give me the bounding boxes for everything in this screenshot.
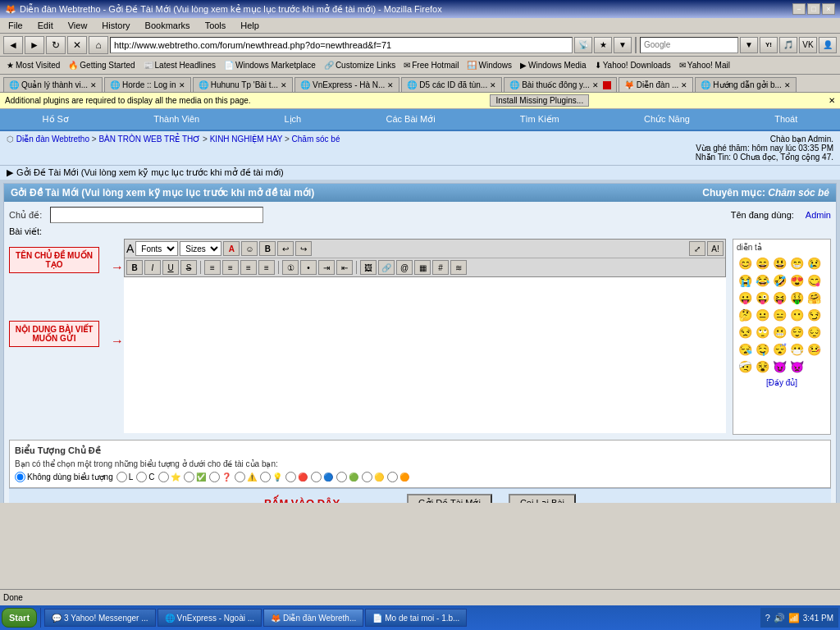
- icon-radio-7[interactable]: [260, 472, 271, 482]
- breadcrumb-dien-dan[interactable]: Diễn đàn Webtretho: [16, 135, 89, 144]
- tab-close-button[interactable]: ✕: [592, 81, 599, 89]
- back-button[interactable]: ◄: [3, 36, 23, 54]
- rss-icon[interactable]: 📡: [574, 37, 592, 53]
- tab-close-button[interactable]: ✕: [490, 81, 496, 89]
- emoji-10[interactable]: 😋: [806, 272, 822, 289]
- emoji-2[interactable]: 😄: [754, 255, 770, 272]
- extra-btn[interactable]: ≋: [450, 260, 467, 275]
- icon-option-8[interactable]: 🔴: [285, 472, 308, 482]
- tab-horde[interactable]: 🌐 Horde :: Log in ✕: [104, 77, 191, 92]
- emoji-7[interactable]: 😂: [754, 272, 770, 289]
- font-color-button[interactable]: A: [223, 241, 240, 256]
- hr-btn[interactable]: #: [432, 260, 449, 275]
- media-icon[interactable]: 🎵: [779, 37, 797, 53]
- bookmark-yahoo-mail[interactable]: ✉ Yahoo! Mail: [676, 60, 733, 71]
- tab-close-button[interactable]: ✕: [387, 81, 394, 89]
- align-justify-btn[interactable]: ≡: [258, 260, 275, 275]
- nav-lich[interactable]: Lịch: [277, 112, 308, 126]
- menu-tools[interactable]: Tools: [202, 20, 230, 31]
- icon-radio-8[interactable]: [285, 472, 296, 482]
- redo-button[interactable]: ↪: [295, 241, 312, 256]
- tab-close-button[interactable]: ✕: [281, 81, 287, 89]
- emoji-6[interactable]: 😭: [737, 272, 753, 289]
- tab-quan-ly[interactable]: 🌐 Quản lý thành vi... ✕: [3, 77, 103, 92]
- emoji-11[interactable]: 😛: [737, 290, 753, 306]
- bold-button[interactable]: B: [259, 241, 276, 256]
- icon-radio-2[interactable]: [136, 472, 147, 482]
- emoji-26[interactable]: 😪: [737, 341, 753, 358]
- nav-extra-icon[interactable]: ▼: [614, 37, 632, 53]
- taskbar-item-yahoo-messenger[interactable]: 💬 3 Yahoo! Messenger ...: [44, 609, 155, 627]
- size-selector[interactable]: Sizes: [180, 241, 221, 256]
- indent-btn[interactable]: ⇥: [318, 260, 335, 275]
- breadcrumb-cham-soc[interactable]: Chăm sóc bé: [292, 135, 340, 144]
- emoji-33[interactable]: 😈: [771, 358, 788, 375]
- emoji-15[interactable]: 🤗: [806, 290, 822, 306]
- nav-ho-so[interactable]: Hồ Sơ: [36, 112, 75, 126]
- tab-vnexpress[interactable]: 🌐 VnExpress - Hà N... ✕: [294, 77, 399, 92]
- menu-bookmarks[interactable]: Bookmarks: [142, 20, 194, 31]
- strikethrough-btn[interactable]: S: [180, 260, 197, 275]
- icon-option-4[interactable]: ✅: [184, 472, 206, 482]
- icon-option-9[interactable]: 🔵: [311, 472, 333, 482]
- italic-btn[interactable]: I: [144, 260, 161, 275]
- expand-icon[interactable]: ⤢: [689, 241, 705, 256]
- icon-option-5[interactable]: ❓: [209, 472, 231, 482]
- emoji-22[interactable]: 🙄: [754, 324, 770, 340]
- content-textarea[interactable]: [124, 277, 726, 433]
- tab-d5[interactable]: 🌐 D5 các ID đã tùn... ✕: [401, 77, 502, 92]
- icon-radio-5[interactable]: [209, 472, 220, 482]
- emoji-16[interactable]: 🤔: [737, 307, 753, 323]
- install-plugins-button[interactable]: Install Missing Plugins...: [490, 94, 589, 107]
- emoji-1[interactable]: 😊: [737, 255, 753, 272]
- menu-history[interactable]: History: [98, 20, 133, 31]
- bold-btn[interactable]: B: [126, 260, 143, 275]
- bookmark-star-icon[interactable]: ★: [594, 37, 612, 53]
- menu-view[interactable]: View: [65, 20, 91, 31]
- bookmark-getting-started[interactable]: 🔥 Getting Started: [65, 60, 138, 71]
- nav-chuc-nang[interactable]: Chức Năng: [637, 112, 696, 126]
- tab-huhunu[interactable]: 🌐 Huhunu Tp 'Bài t... ✕: [193, 77, 293, 92]
- icon-radio-10[interactable]: [336, 472, 347, 482]
- emoji-32[interactable]: 😵: [754, 358, 770, 375]
- emoji-3[interactable]: 😃: [771, 255, 788, 272]
- emoji-full-link[interactable]: [Đầy đủ]: [737, 378, 827, 387]
- tab-huong-dan[interactable]: 🌐 Hướng dẫn gởi b... ✕: [695, 77, 796, 92]
- emoji-13[interactable]: 😝: [771, 290, 788, 306]
- bookmark-most-visited[interactable]: ★ Most Visited: [3, 60, 63, 71]
- user-icon[interactable]: 👤: [819, 37, 837, 53]
- taskbar-item-dien-dan[interactable]: 🦊 Diễn đàn Webreth...: [263, 609, 363, 627]
- emoji-14[interactable]: 🤑: [788, 290, 805, 306]
- emoji-8[interactable]: 🤣: [771, 272, 788, 289]
- emoji-28[interactable]: 😴: [771, 341, 788, 358]
- icon-radio-1[interactable]: [116, 472, 127, 482]
- tab-bai-thuoc[interactable]: 🌐 Bài thuốc đông y... ✕: [504, 77, 617, 92]
- search-button[interactable]: ▼: [740, 37, 758, 53]
- unordered-list-btn[interactable]: •: [300, 260, 317, 275]
- emoji-29[interactable]: 😷: [788, 341, 805, 358]
- tab-close-button[interactable]: ✕: [681, 81, 687, 89]
- breadcrumb-ban-tron[interactable]: BÀN TRÒN WEB TRẺ THƠ: [98, 135, 200, 144]
- start-button[interactable]: Start: [2, 608, 37, 628]
- emoji-24[interactable]: 😌: [788, 324, 805, 340]
- icon-radio-12[interactable]: [387, 472, 398, 482]
- bookmark-windows-marketplace[interactable]: 📄 Windows Marketplace: [221, 60, 319, 71]
- icon-option-10[interactable]: 🟢: [336, 472, 358, 482]
- underline-btn[interactable]: U: [162, 260, 179, 275]
- reset-button[interactable]: Coi Lại Bài: [509, 494, 576, 503]
- emoji-31[interactable]: 🤕: [737, 358, 753, 375]
- undo-button[interactable]: ↩: [277, 241, 294, 256]
- help-editor-icon[interactable]: A!: [707, 241, 724, 256]
- search-input[interactable]: [640, 37, 738, 53]
- bookmark-yahoo-downloads[interactable]: ⬇ Yahoo! Downloads: [591, 60, 674, 71]
- icon-option-2[interactable]: C: [136, 472, 154, 482]
- icon-radio-no-icon[interactable]: [15, 472, 25, 482]
- icon-option-12[interactable]: 🟠: [387, 472, 409, 482]
- bookmark-windows-media[interactable]: ▶ Windows Media: [517, 60, 590, 71]
- font-selector[interactable]: Fonts: [135, 241, 178, 256]
- tab-close-button[interactable]: ✕: [179, 81, 185, 89]
- emoji-5[interactable]: 😢: [806, 255, 822, 272]
- stop-button[interactable]: ✕: [67, 36, 87, 54]
- emoji-34[interactable]: 👿: [788, 358, 805, 375]
- menu-file[interactable]: File: [5, 20, 26, 31]
